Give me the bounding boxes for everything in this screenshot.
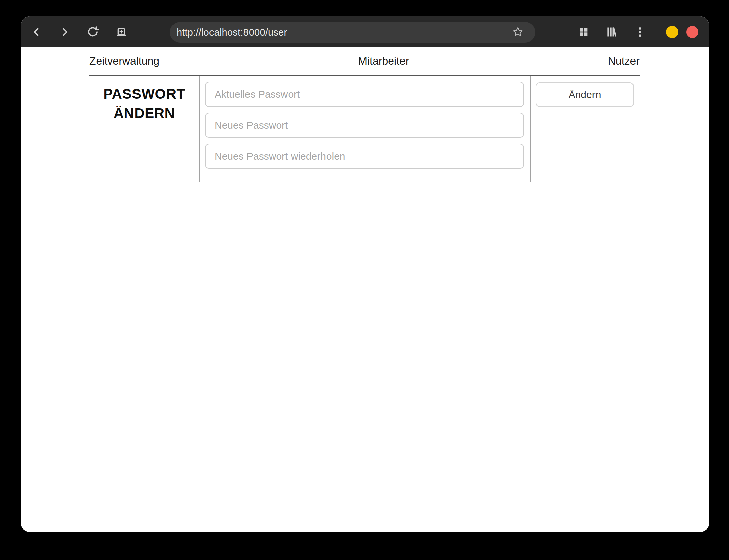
close-window-button[interactable] [686, 26, 698, 38]
library-button[interactable] [604, 24, 620, 40]
nav-item-mitarbeiter[interactable]: Mitarbeiter [358, 55, 409, 67]
back-chevron-icon [31, 26, 42, 38]
heading-column: PASSWORT ÄNDERN [89, 76, 199, 182]
nav-item-zeitverwaltung[interactable]: Zeitverwaltung [89, 55, 159, 67]
change-password-button[interactable]: Ändern [536, 82, 634, 107]
url-bar[interactable]: http://localhost:8000/user [170, 22, 535, 43]
reload-icon [86, 26, 99, 38]
page-title: PASSWORT ÄNDERN [89, 84, 199, 123]
grid-icon [578, 27, 589, 37]
minimize-window-button[interactable] [666, 26, 678, 38]
forward-chevron-icon [59, 26, 70, 38]
new-password-input[interactable] [205, 113, 524, 138]
star-icon [512, 26, 524, 39]
tab-overview-button[interactable] [576, 24, 592, 40]
forward-button[interactable] [56, 24, 73, 40]
back-button[interactable] [29, 24, 45, 40]
library-icon [605, 26, 618, 38]
password-form [199, 76, 531, 182]
main-nav: Zeitverwaltung Mitarbeiter Nutzer [89, 47, 640, 76]
url-text[interactable]: http://localhost:8000/user [177, 27, 535, 38]
repeat-new-password-input[interactable] [205, 144, 524, 169]
nav-item-nutzer[interactable]: Nutzer [608, 55, 640, 67]
browser-window: http://localhost:8000/user [21, 16, 709, 532]
browser-toolbar: http://localhost:8000/user [21, 16, 709, 47]
action-column: Ändern [531, 76, 640, 182]
page-content: Zeitverwaltung Mitarbeiter Nutzer PASSWO… [21, 47, 709, 532]
new-tab-button[interactable] [113, 24, 129, 40]
menu-button[interactable] [632, 24, 648, 40]
current-password-input[interactable] [205, 82, 524, 107]
page-title-line1: PASSWORT [103, 86, 185, 102]
reload-button[interactable] [85, 24, 101, 40]
bookmark-button[interactable] [510, 25, 526, 40]
password-change-section: PASSWORT ÄNDERN Ändern [89, 76, 640, 182]
new-tab-icon [115, 25, 128, 39]
page-title-line2: ÄNDERN [114, 105, 175, 121]
kebab-menu-icon [634, 26, 646, 38]
